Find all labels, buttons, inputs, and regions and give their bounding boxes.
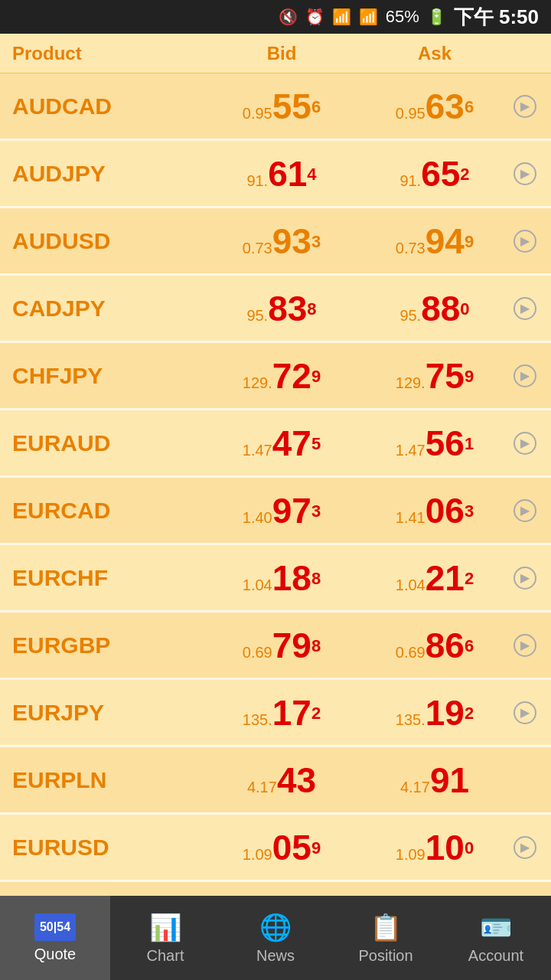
col-ask: Ask xyxy=(358,43,511,64)
tab-news-label: News xyxy=(256,947,295,965)
alarm-icon: ⏰ xyxy=(305,8,324,26)
table-row[interactable]: EURAUD 1.47 47 5 1.47 56 1 ▶ xyxy=(0,410,551,478)
ask-price: 95. 88 0 xyxy=(358,291,511,326)
tab-position[interactable]: 📋 Position xyxy=(331,896,441,980)
table-row[interactable]: EURGBP 0.69 79 8 0.69 86 6 ▶ xyxy=(0,612,551,680)
position-icon: 📋 xyxy=(370,912,402,942)
tab-chart-label: Chart xyxy=(147,947,184,965)
table-row[interactable]: AUDCAD 0.95 55 6 0.95 63 6 ▶ xyxy=(0,74,551,141)
product-name: EURCHF xyxy=(12,565,205,591)
bid-price: 1.47 47 5 xyxy=(205,426,358,461)
battery-level: 65% xyxy=(386,7,419,27)
detail-arrow[interactable]: ▶ xyxy=(511,364,539,387)
bid-price: 135. 17 2 xyxy=(205,695,358,730)
product-name: EURJPY xyxy=(12,700,205,726)
bid-price: 1.04 18 8 xyxy=(205,560,358,596)
chart-icon: 📊 xyxy=(149,912,181,942)
bid-price: 1.40 97 3 xyxy=(205,493,358,528)
bid-price: 95. 83 8 xyxy=(205,291,358,326)
account-icon: 🪪 xyxy=(480,912,512,942)
ask-price: 1.47 56 1 xyxy=(358,426,511,461)
table-row[interactable]: EURCAD 1.40 97 3 1.41 06 3 ▶ xyxy=(0,478,551,545)
tab-quote-label: Quote xyxy=(34,946,76,963)
table-row[interactable]: EURJPY 135. 17 2 135. 19 2 ▶ xyxy=(0,680,551,747)
col-product: Product xyxy=(12,43,205,64)
table-row[interactable]: EURCHF 1.04 18 8 1.04 21 2 ▶ xyxy=(0,545,551,612)
table-row[interactable]: AUDUSD 0.73 93 3 0.73 94 9 ▶ xyxy=(0,208,551,276)
detail-arrow[interactable]: ▶ xyxy=(511,162,539,185)
bid-price: 129. 72 9 xyxy=(205,358,358,394)
detail-arrow[interactable]: ▶ xyxy=(511,567,539,590)
tab-position-label: Position xyxy=(358,947,412,965)
product-name: EURAUD xyxy=(12,430,205,456)
product-name: CADJPY xyxy=(12,296,205,322)
ask-price: 4.17 91 xyxy=(358,763,511,798)
detail-arrow[interactable]: ▶ xyxy=(511,634,539,657)
product-name: AUDCAD xyxy=(12,93,205,119)
quote-icon: 50|54 xyxy=(34,913,76,941)
bid-price: 0.69 79 8 xyxy=(205,628,358,663)
detail-arrow[interactable]: ▶ xyxy=(511,95,539,118)
product-name: EURUSD xyxy=(12,835,205,861)
product-name: AUDUSD xyxy=(12,228,205,254)
bid-price: 91. 61 4 xyxy=(205,156,358,191)
clock: 下午 5:50 xyxy=(454,4,539,31)
battery-icon: 🔋 xyxy=(427,8,446,26)
table-header: Product Bid Ask xyxy=(0,34,551,74)
ask-price: 1.04 21 2 xyxy=(358,560,511,596)
ask-price: 1.41 06 3 xyxy=(358,493,511,528)
tab-bar: 50|54 Quote 📊 Chart 🌐 News 📋 Position 🪪 … xyxy=(0,896,551,980)
tab-quote[interactable]: 50|54 Quote xyxy=(0,896,110,980)
detail-arrow[interactable]: ▶ xyxy=(511,432,539,455)
ask-price: 1.09 10 0 xyxy=(358,830,511,865)
detail-arrow[interactable]: ▶ xyxy=(511,701,539,724)
detail-arrow[interactable]: ▶ xyxy=(511,499,539,522)
ask-price: 0.69 86 6 xyxy=(358,628,511,663)
bid-price: 1.09 05 9 xyxy=(205,830,358,865)
ask-price: 0.95 63 6 xyxy=(358,89,511,124)
table-row[interactable]: AUDJPY 91. 61 4 91. 65 2 ▶ xyxy=(0,141,551,208)
ask-price: 91. 65 2 xyxy=(358,156,511,191)
quote-list[interactable]: AUDCAD 0.95 55 6 0.95 63 6 ▶ AUDJPY 91. … xyxy=(0,74,551,896)
product-name: EURPLN xyxy=(12,767,205,793)
wifi-icon: 📶 xyxy=(332,8,351,26)
mute-icon: 🔇 xyxy=(279,8,298,26)
product-name: CHFJPY xyxy=(12,363,205,389)
status-bar: 🔇 ⏰ 📶 📶 65% 🔋 下午 5:50 xyxy=(0,0,551,34)
table-row[interactable]: EURPLN 4.17 43 4.17 91 xyxy=(0,747,551,815)
tab-account[interactable]: 🪪 Account xyxy=(441,896,551,980)
ask-price: 135. 19 2 xyxy=(358,695,511,730)
tab-chart[interactable]: 📊 Chart xyxy=(110,896,220,980)
detail-arrow[interactable]: ▶ xyxy=(511,230,539,253)
ask-price: 129. 75 9 xyxy=(358,358,511,394)
product-name: AUDJPY xyxy=(12,161,205,187)
detail-arrow[interactable]: ▶ xyxy=(511,836,539,859)
table-row[interactable]: CHFJPY 129. 72 9 129. 75 9 ▶ xyxy=(0,343,551,410)
news-icon: 🌐 xyxy=(259,912,292,942)
bid-price: 0.95 55 6 xyxy=(205,89,358,124)
ask-price: 0.73 94 9 xyxy=(358,224,511,259)
tab-account-label: Account xyxy=(468,947,523,965)
signal-icon: 📶 xyxy=(359,8,378,26)
bid-price: 4.17 43 xyxy=(205,763,358,798)
tab-news[interactable]: 🌐 News xyxy=(220,896,331,980)
col-bid: Bid xyxy=(205,43,358,64)
bid-price: 0.73 93 3 xyxy=(205,224,358,259)
product-name: EURCAD xyxy=(12,498,205,524)
table-row[interactable]: EURUSD 1.09 05 9 1.09 10 0 ▶ xyxy=(0,815,551,882)
table-row[interactable]: GBPAUD 2.11 24 2 2.11 27 2 ▶ xyxy=(0,882,551,896)
detail-arrow[interactable]: ▶ xyxy=(511,297,539,320)
product-name: EURGBP xyxy=(12,632,205,658)
table-row[interactable]: CADJPY 95. 83 8 95. 88 0 ▶ xyxy=(0,276,551,343)
